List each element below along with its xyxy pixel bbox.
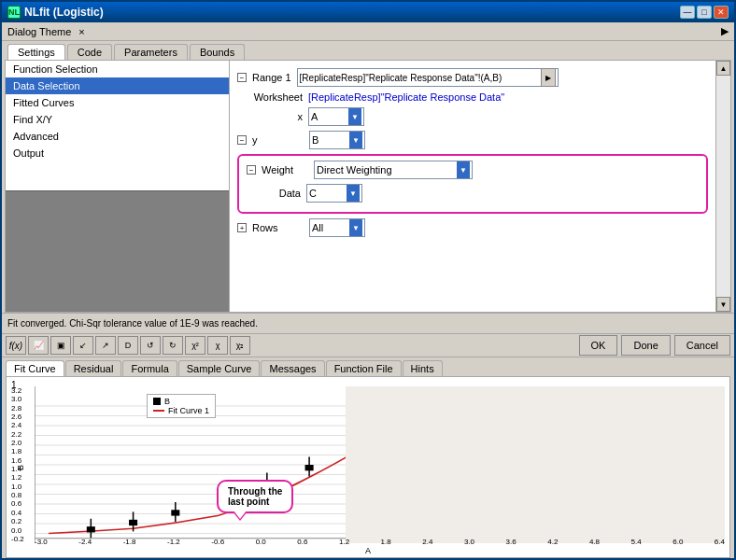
tb-d-btn[interactable]: D [118, 336, 138, 355]
svg-rect-15 [87, 526, 95, 532]
data-row: Data C ▼ [247, 184, 699, 203]
scroll-track[interactable] [716, 76, 730, 297]
cancel-button[interactable]: Cancel [674, 335, 730, 356]
nav-item-fitted-curves[interactable]: Fitted Curves [6, 94, 229, 111]
data-dropdown[interactable]: C ▼ [306, 184, 362, 203]
scroll-up-btn[interactable]: ▲ [716, 61, 730, 76]
data-label: Data [247, 188, 301, 199]
chart-legend: B Fit Curve 1 [147, 394, 216, 418]
tab-bounds[interactable]: Bounds [190, 44, 245, 60]
tb-down-left-btn[interactable]: ↙ [73, 336, 93, 355]
x-row: x A ▼ [237, 107, 708, 126]
svg-rect-19 [171, 510, 179, 515]
done-button[interactable]: Done [621, 335, 670, 356]
weight-dropdown-arrow: ▼ [457, 161, 470, 178]
bottom-tab-hints[interactable]: Hints [403, 360, 443, 376]
callout-line1: Through the [228, 486, 282, 497]
y-dropdown[interactable]: B ▼ [309, 131, 365, 149]
nav-item-advanced[interactable]: Advanced [6, 128, 229, 145]
tb-chi-btn[interactable]: χ [207, 336, 228, 355]
svg-rect-25 [305, 465, 314, 470]
tb-up-right-btn[interactable]: ↗ [95, 336, 116, 355]
x-axis-label: A [365, 546, 371, 555]
bottom-tab-formula[interactable]: Formula [122, 360, 177, 376]
main-content: Function Selection Data Selection Fitted… [5, 60, 731, 313]
app-icon: NL [7, 6, 21, 19]
close-button[interactable]: ✕ [714, 6, 729, 19]
status-bar: Fit converged. Chi-Sqr tolerance value o… [2, 313, 734, 333]
range1-collapse[interactable]: − [237, 73, 247, 82]
right-scrollbar[interactable]: ▲ ▼ [715, 61, 730, 312]
tab-parameters[interactable]: Parameters [114, 44, 188, 60]
x-label: x [237, 111, 303, 122]
x-dropdown[interactable]: A ▼ [308, 107, 364, 126]
legend-symbol-fit [153, 410, 164, 412]
x-tick-labels: -3.0-2.4-1.8-1.2-0.6 0.00.61.21.82.4 3.0… [35, 538, 725, 546]
worksheet-link[interactable]: [ReplicateResp]"Replicate Response Data" [308, 91, 504, 103]
weight-collapse[interactable]: − [247, 165, 256, 175]
top-tabs: Settings Code Parameters Bounds [2, 41, 734, 60]
scroll-down-btn[interactable]: ▼ [716, 297, 730, 312]
legend-label-b: B [164, 397, 170, 406]
rows-collapse[interactable]: + [237, 223, 247, 232]
menu-separator: × [78, 26, 84, 37]
bottom-tab-fit-curve[interactable]: Fit Curve [6, 360, 64, 376]
minimize-button[interactable]: — [680, 6, 695, 19]
worksheet-label: Worksheet [237, 91, 303, 103]
x-dropdown-arrow: ▼ [348, 108, 361, 125]
bottom-tab-function-file[interactable]: Function File [326, 360, 402, 376]
range1-input[interactable]: [ReplicateResp]"Replicate Response Data"… [297, 68, 559, 87]
worksheet-row: Worksheet [ReplicateResp]"Replicate Resp… [237, 91, 708, 103]
preview-area [6, 190, 229, 312]
toolbar: f(x) 📈 ▣ ↙ ↗ D ↺ ↻ χ² χ χ₂ OK Done Cance… [2, 333, 734, 357]
legend-label-fit: Fit Curve 1 [168, 406, 209, 415]
range1-arrow-btn[interactable]: ▶ [541, 68, 556, 87]
ok-button[interactable]: OK [579, 335, 618, 356]
nav-item-data-selection[interactable]: Data Selection [6, 77, 229, 94]
menu-arrow[interactable]: ▶ [721, 25, 729, 37]
nav-item-find-xy[interactable]: Find X/Y [6, 111, 229, 128]
callout-line2: last point [228, 497, 269, 507]
tab-settings[interactable]: Settings [7, 44, 65, 60]
data-value: C [309, 188, 317, 199]
y-collapse[interactable]: − [237, 135, 247, 145]
nav-item-output[interactable]: Output [6, 145, 229, 161]
maximize-button[interactable]: □ [697, 6, 712, 19]
legend-item-b: B [153, 397, 209, 406]
bottom-tab-messages[interactable]: Messages [261, 360, 324, 376]
tb-undo-btn[interactable]: ↺ [140, 336, 161, 355]
y-tick-labels: 3.23.02.82.62.4 2.22.01.81.61.4 1.21.00.… [11, 386, 24, 543]
tb-chart-btn[interactable]: 📈 [28, 336, 49, 355]
tab-code[interactable]: Code [67, 44, 112, 60]
x-value: A [311, 111, 318, 122]
tb-chi2-btn[interactable]: χ² [185, 336, 205, 355]
main-window: NL NLfit (Logistic) — □ ✕ Dialog Theme ×… [0, 0, 736, 560]
data-dropdown-arrow: ▼ [347, 185, 360, 202]
tb-redo-btn[interactable]: ↻ [163, 336, 183, 355]
dialog-theme-menu[interactable]: Dialog Theme [7, 26, 71, 37]
bottom-tab-sample-curve[interactable]: Sample Curve [178, 360, 261, 376]
legend-item-fit: Fit Curve 1 [153, 406, 209, 415]
rows-label: Rows [252, 222, 304, 233]
bottom-tabs: Fit Curve Residual Formula Sample Curve … [2, 357, 734, 376]
rows-dropdown-arrow: ▼ [349, 219, 362, 236]
range1-label: Range 1 [252, 72, 291, 83]
title-bar: NL NLfit (Logistic) — □ ✕ [2, 2, 734, 22]
y-value: B [312, 134, 318, 146]
tb-table-btn[interactable]: ▣ [50, 336, 71, 355]
bottom-section: Fit Curve Residual Formula Sample Curve … [2, 357, 734, 558]
weight-dropdown[interactable]: Direct Weighting ▼ [314, 161, 473, 179]
rows-dropdown[interactable]: All ▼ [309, 218, 365, 237]
menu-bar: Dialog Theme × ▶ [2, 22, 734, 41]
chart-inner: B Fit Curve 1 Through the last point [35, 386, 725, 543]
y-dropdown-arrow: ▼ [349, 132, 362, 148]
bottom-tab-residual[interactable]: Residual [65, 360, 122, 376]
nav-list: Function Selection Data Selection Fitted… [6, 61, 229, 190]
left-panel: Function Selection Data Selection Fitted… [6, 61, 230, 312]
tb-chi2s-btn[interactable]: χ₂ [230, 336, 250, 355]
rows-value: All [312, 222, 323, 233]
nav-item-function-selection[interactable]: Function Selection [6, 61, 229, 77]
title-controls: — □ ✕ [680, 6, 729, 19]
tb-fx-btn[interactable]: f(x) [6, 336, 26, 355]
status-text: Fit converged. Chi-Sqr tolerance value o… [7, 318, 258, 329]
